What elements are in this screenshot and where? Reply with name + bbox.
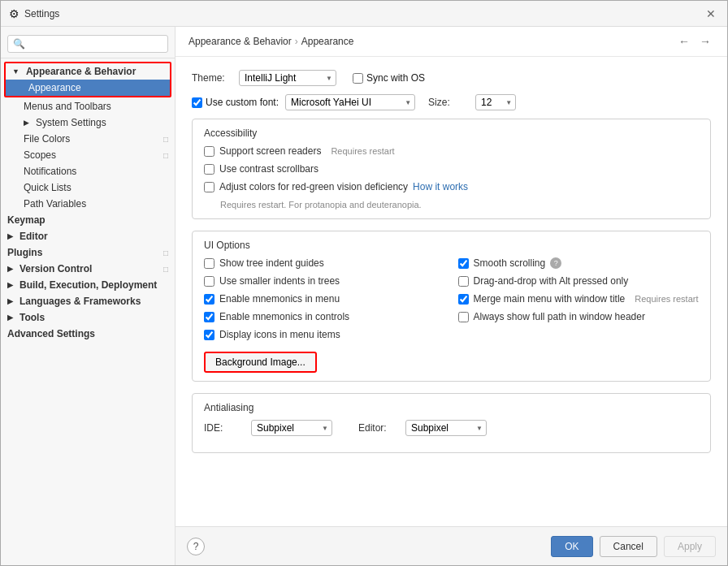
sidebar-item-version-control[interactable]: ▶ Version Control □ (1, 261, 175, 277)
size-dropdown[interactable]: 12 (475, 94, 516, 110)
ui-options-left: Show tree indent guides Use smaller inde… (204, 257, 445, 373)
sidebar-item-path-variables[interactable]: Path Variables (1, 196, 175, 212)
font-dropdown[interactable]: Microsoft YaHei UI (285, 94, 415, 110)
title-bar: ⚙ Settings ✕ (1, 1, 727, 27)
sidebar-item-system-settings[interactable]: ▶ System Settings (1, 114, 175, 131)
tree-indent-label: Show tree indent guides (219, 257, 324, 269)
custom-font-text: Use custom font: (206, 97, 279, 108)
menus-toolbars-label: Menus and Toolbars (24, 101, 111, 112)
breadcrumb-parent: Appearance & Behavior (188, 36, 292, 47)
how-it-works-link[interactable]: How it works (413, 181, 468, 192)
ide-label: IDE: (204, 422, 245, 434)
sidebar-item-keymap[interactable]: Keymap (1, 212, 175, 228)
ui-options-right: Smooth scrolling ? Drag-and-drop with Al… (458, 257, 700, 373)
color-vision-checkbox[interactable] (204, 182, 214, 192)
ide-antialiasing-dropdown[interactable]: Subpixel (251, 420, 332, 436)
notifications-label: Notifications (24, 166, 76, 177)
settings-content: Theme: IntelliJ Light Sync with OS (176, 57, 727, 526)
scopes-icon: □ (163, 151, 168, 160)
merge-menu-label: Merge main menu with window title (474, 293, 626, 305)
sidebar-item-languages-frameworks[interactable]: ▶ Languages & Frameworks (1, 293, 175, 309)
nav-forward-button[interactable]: → (696, 33, 714, 50)
theme-dropdown-wrapper: IntelliJ Light (239, 70, 336, 86)
theme-dropdown[interactable]: IntelliJ Light (239, 70, 336, 86)
sidebar-item-appearance[interactable]: Appearance (6, 80, 170, 96)
sidebar-item-quick-lists[interactable]: Quick Lists (1, 179, 175, 196)
main-content: Appearance & Behavior Appearance Menus a… (1, 27, 727, 565)
sidebar-item-tools[interactable]: ▶ Tools (1, 309, 175, 326)
close-button[interactable]: ✕ (703, 6, 719, 22)
system-settings-label: System Settings (36, 117, 106, 128)
font-row: Use custom font: Microsoft YaHei UI Size… (192, 94, 711, 110)
display-icons-row: Display icons in menu items (204, 329, 445, 340)
merge-menu-row: Merge main menu with window title Requir… (458, 293, 700, 305)
mnemonics-menu-row: Enable mnemonics in menu (204, 293, 445, 305)
mnemonics-controls-label: Enable mnemonics in controls (219, 311, 349, 322)
ui-options-section: UI Options Show tree indent guides Use s… (192, 231, 711, 382)
sidebar-item-appearance-behavior[interactable]: Appearance & Behavior (6, 63, 170, 80)
sidebar-item-build-execution[interactable]: ▶ Build, Execution, Deployment (1, 277, 175, 293)
tree-indent-checkbox[interactable] (204, 258, 214, 269)
appearance-behavior-label: Appearance & Behavior (26, 66, 136, 77)
color-vision-label: Adjust colors for red-green vision defic… (219, 181, 408, 192)
cancel-button[interactable]: Cancel (600, 536, 657, 557)
size-dropdown-wrapper: 12 (475, 94, 516, 110)
sidebar-item-scopes[interactable]: Scopes □ (1, 147, 175, 163)
sidebar-item-editor[interactable]: ▶ Editor (1, 228, 175, 244)
right-panel: Appearance & Behavior › Appearance ← → T… (176, 27, 727, 565)
merge-menu-checkbox[interactable] (458, 294, 469, 305)
search-box (1, 30, 175, 58)
color-vision-subnote: Requires restart. For protanopia and deu… (204, 199, 699, 210)
mnemonics-controls-row: Enable mnemonics in controls (204, 311, 445, 322)
screen-readers-checkbox[interactable] (204, 146, 214, 157)
sync-os-label[interactable]: Sync with OS (353, 72, 425, 84)
path-variables-label: Path Variables (24, 198, 86, 210)
custom-font-checkbox[interactable] (192, 97, 202, 108)
antialiasing-section: Antialiasing IDE: Subpixel Editor: Subpi… (192, 393, 711, 453)
sidebar-item-file-colors[interactable]: File Colors □ (1, 131, 175, 147)
screen-readers-label: Support screen readers (219, 145, 321, 157)
custom-font-label: Use custom font: (192, 97, 279, 108)
mnemonics-controls-checkbox[interactable] (204, 312, 214, 322)
screen-readers-row: Support screen readers Requires restart (204, 145, 699, 157)
search-input[interactable] (7, 35, 168, 53)
display-icons-checkbox[interactable] (204, 330, 214, 340)
sidebar-item-menus-toolbars[interactable]: Menus and Toolbars (1, 98, 175, 114)
antialiasing-title: Antialiasing (204, 402, 699, 413)
tree-indent-row: Show tree indent guides (204, 257, 445, 269)
version-control-icon: □ (163, 265, 168, 274)
sidebar-item-advanced-settings[interactable]: Advanced Settings (1, 326, 175, 342)
help-button[interactable]: ? (187, 538, 205, 555)
window-title: Settings (24, 8, 59, 19)
contrast-scrollbars-checkbox[interactable] (204, 164, 214, 175)
bottom-bar: ? OK Cancel Apply (176, 526, 727, 565)
drag-drop-checkbox[interactable] (458, 276, 469, 287)
sidebar-item-notifications[interactable]: Notifications (1, 163, 175, 179)
editor-antialiasing-dropdown[interactable]: Subpixel (405, 420, 487, 436)
accessibility-section: Accessibility Support screen readers Req… (192, 119, 711, 219)
nav-back-button[interactable]: ← (675, 33, 693, 50)
smaller-indents-checkbox[interactable] (204, 276, 214, 287)
file-colors-label: File Colors (24, 133, 70, 145)
drag-drop-row: Drag-and-drop with Alt pressed only (458, 275, 700, 287)
sync-os-text: Sync with OS (366, 72, 425, 84)
merge-menu-note: Requires restart (635, 294, 698, 304)
breadcrumb-separator: › (295, 36, 298, 47)
apply-button[interactable]: Apply (664, 536, 716, 557)
smaller-indents-label: Use smaller indents in trees (219, 275, 340, 287)
ok-button[interactable]: OK (551, 536, 592, 557)
full-path-checkbox[interactable] (458, 312, 469, 322)
smooth-scrolling-checkbox[interactable] (458, 258, 469, 269)
smooth-scrolling-hint-icon: ? (550, 257, 561, 269)
mnemonics-menu-checkbox[interactable] (204, 294, 214, 305)
keymap-label: Keymap (7, 214, 46, 226)
ui-options-grid: Show tree indent guides Use smaller inde… (204, 257, 699, 373)
color-vision-row: Adjust colors for red-green vision defic… (204, 181, 699, 192)
sync-os-checkbox[interactable] (353, 73, 363, 84)
sidebar-item-plugins[interactable]: Plugins □ (1, 244, 175, 261)
plugins-label: Plugins (7, 247, 42, 258)
color-vision-subnote-text: Requires restart. For protanopia and deu… (220, 200, 422, 210)
theme-label: Theme: (192, 72, 232, 84)
smooth-scrolling-label: Smooth scrolling (474, 257, 546, 269)
background-image-button[interactable]: Background Image... (204, 352, 317, 373)
